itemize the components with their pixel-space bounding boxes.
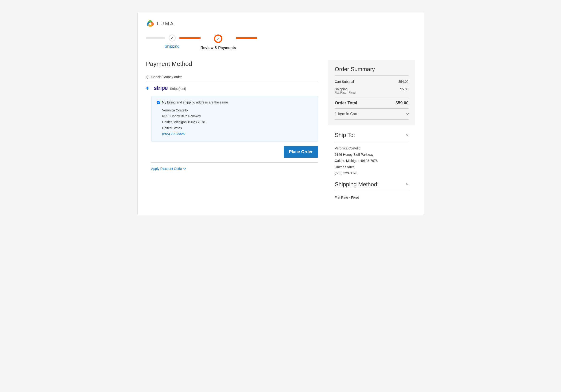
step-shipping-circle[interactable]: ✓ — [169, 34, 176, 41]
edit-shipping-method-icon[interactable]: ✎ — [406, 183, 409, 186]
chevron-down-icon — [406, 112, 409, 115]
progress-line-active-right — [236, 37, 257, 39]
cart-items-toggle[interactable]: 1 Item in Cart — [335, 109, 409, 120]
payment-method-heading: Payment Method — [146, 60, 318, 68]
shipto-name: Veronica Costello — [335, 145, 409, 152]
shipping-method-title: Shipping Method: — [335, 181, 379, 188]
shipping-value: $5.00 — [400, 87, 408, 91]
shipping-method-box: Shipping Method: ✎ Flat Rate - Fixed — [328, 181, 415, 201]
billing-same-row[interactable]: My billing and shipping address are the … — [157, 100, 312, 104]
place-order-row: Place Order — [151, 142, 318, 163]
luma-icon — [146, 20, 154, 28]
progress-line-active-left — [179, 37, 201, 39]
step-review-label: Review & Payments — [201, 46, 236, 50]
billing-address-box: My billing and shipping address are the … — [151, 96, 318, 142]
stripe-logo: stripe — [154, 85, 168, 91]
brand-logo[interactable]: LUMA — [146, 20, 415, 28]
payment-radio-stripe[interactable] — [146, 87, 149, 90]
order-summary-sidebar: Order Summary Cart Subtotal $54.00 Shipp… — [328, 60, 415, 201]
summary-total-row: Order Total $59.00 — [335, 98, 409, 109]
payment-option-stripe[interactable]: stripe Stripe(test) — [146, 82, 318, 92]
billing-name: Veronica Costello — [157, 107, 312, 113]
shipto-country: United States — [335, 164, 409, 170]
edit-ship-to-icon[interactable]: ✎ — [406, 133, 409, 137]
shipto-street: 6146 Honey Bluff Parkway — [335, 152, 409, 158]
subtotal-label: Cart Subtotal — [335, 80, 354, 83]
billing-same-label: My billing and shipping address are the … — [162, 100, 228, 104]
apply-discount-label: Apply Discount Code — [151, 167, 182, 171]
apply-discount-link[interactable]: Apply Discount Code — [146, 163, 186, 171]
summary-subtotal-row: Cart Subtotal $54.00 — [335, 78, 409, 85]
shipto-phone[interactable]: (555) 229-3326 — [335, 170, 409, 176]
payment-column: Payment Method Check / Money order strip… — [146, 60, 318, 171]
summary-shipping-row: Shipping Flat Rate - Fixed $5.00 — [335, 85, 409, 96]
brand-name: LUMA — [157, 21, 175, 27]
order-summary-title: Order Summary — [335, 66, 409, 75]
chevron-down-icon — [183, 167, 186, 169]
order-summary-box: Order Summary Cart Subtotal $54.00 Shipp… — [328, 60, 415, 125]
step-shipping-label[interactable]: Shipping — [165, 44, 179, 49]
step-review-circle: ✓ — [214, 34, 222, 43]
billing-same-checkbox[interactable] — [157, 101, 160, 104]
billing-country: United States — [157, 125, 312, 131]
payment-check-label: Check / Money order — [151, 75, 182, 79]
billing-phone[interactable]: (555) 229-3326 — [157, 131, 312, 137]
progress-line-left — [146, 37, 165, 39]
ship-to-title: Ship To: — [335, 132, 355, 138]
place-order-button[interactable]: Place Order — [284, 146, 318, 158]
billing-city: Calder, Michigan 49628-7978 — [157, 119, 312, 125]
total-label: Order Total — [335, 101, 357, 105]
checkmark-icon: ✓ — [171, 36, 173, 40]
svg-point-4 — [149, 22, 151, 25]
total-value: $59.00 — [395, 101, 408, 105]
payment-option-check[interactable]: Check / Money order — [146, 72, 318, 82]
checkout-progress: ✓ Shipping ✓ Review & Payments — [146, 34, 415, 50]
ship-to-box: Ship To: ✎ Veronica Costello 6146 Honey … — [328, 132, 415, 176]
shipto-city: Calder, Michigan 49628-7978 — [335, 158, 409, 164]
shipping-method-value: Flat Rate - Fixed — [335, 195, 409, 201]
shipping-label: Shipping — [335, 87, 356, 91]
subtotal-value: $54.00 — [399, 80, 409, 83]
checkout-card: LUMA ✓ Shipping ✓ Review & Payments Paym… — [137, 12, 424, 215]
shipping-method-note: Flat Rate - Fixed — [335, 91, 356, 94]
items-in-cart-label: 1 Item in Cart — [335, 112, 357, 116]
stripe-label: Stripe(test) — [170, 87, 186, 91]
checkmark-icon: ✓ — [217, 37, 220, 41]
payment-radio-check[interactable] — [146, 75, 149, 79]
billing-street: 6146 Honey Bluff Parkway — [157, 113, 312, 119]
